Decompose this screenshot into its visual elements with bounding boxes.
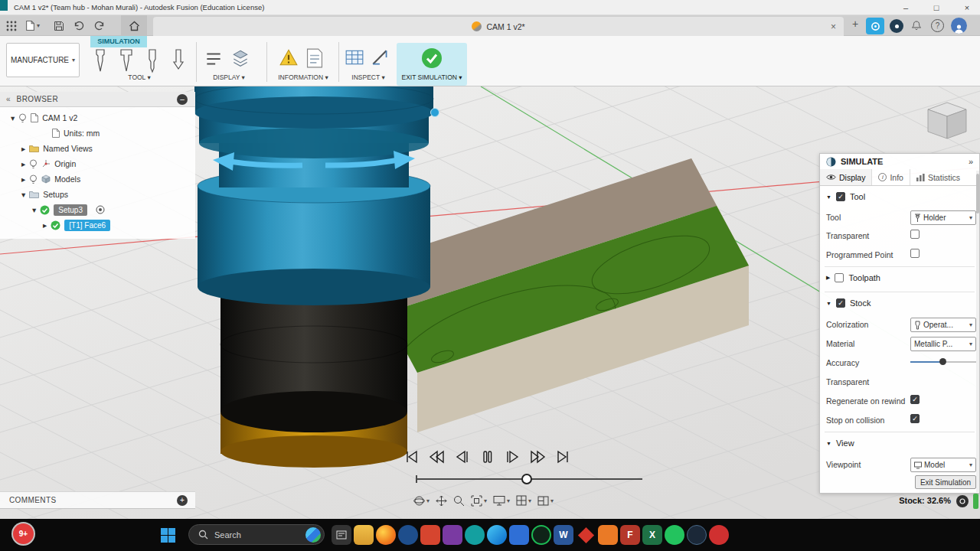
viewports-tool[interactable]: ▾ <box>537 496 554 506</box>
extensions-icon[interactable] <box>890 19 903 33</box>
tool-2-icon[interactable] <box>116 47 136 73</box>
tree-item-label[interactable]: Units: mm <box>64 129 100 138</box>
taskbar-icon-app-1[interactable] <box>332 525 351 545</box>
active-setup-radio-icon[interactable] <box>96 205 105 214</box>
redo-icon[interactable] <box>93 21 105 31</box>
browser-toggle-icon[interactable]: – <box>177 94 188 105</box>
tool-1-icon[interactable] <box>90 47 110 73</box>
step-back-button[interactable] <box>454 448 470 465</box>
taskbar-icon-app-3[interactable] <box>420 525 440 545</box>
pan-icon[interactable] <box>436 495 447 507</box>
simulation-status-icon[interactable] <box>956 495 969 507</box>
zoom-icon[interactable] <box>453 495 465 507</box>
tree-item-setup3[interactable]: Setup3 <box>54 204 87 216</box>
job-status-icon[interactable] <box>866 18 884 34</box>
stock-section-checkbox[interactable]: ✓ <box>836 298 845 308</box>
tool-3-icon[interactable] <box>142 47 162 73</box>
tab-display[interactable]: Display <box>820 169 872 185</box>
simulate-header[interactable]: SIMULATE » <box>820 154 979 169</box>
tool-group-label[interactable]: TOOL ▾ <box>90 73 188 81</box>
comments-bar[interactable]: COMMENTS + <box>0 491 195 509</box>
taskbar-icon-app-9[interactable] <box>709 525 729 545</box>
browser-header[interactable]: « BROWSER – <box>0 92 195 107</box>
search-highlights-icon[interactable] <box>305 527 321 543</box>
regenerate-checkbox[interactable]: ✓ <box>910 395 920 404</box>
expand-caret-icon[interactable]: ▸ <box>43 220 47 230</box>
visibility-bulb-icon[interactable] <box>29 159 38 169</box>
view-section-header[interactable]: ▼ View <box>826 439 854 448</box>
close-button[interactable]: × <box>952 0 980 15</box>
document-tab[interactable]: CAM 1 v2* × <box>153 17 844 36</box>
taskbar-icon-whatsapp[interactable] <box>665 525 684 545</box>
tab-info[interactable]: i Info <box>872 169 910 185</box>
tree-item-label[interactable]: Origin <box>54 159 76 168</box>
taskbar-icon-app-8[interactable] <box>598 525 618 545</box>
taskbar-icon-file-explorer[interactable] <box>354 525 374 545</box>
fit-tool[interactable]: ▾ <box>471 495 487 507</box>
start-button[interactable] <box>161 528 175 543</box>
tool-4-icon[interactable] <box>168 47 188 73</box>
taskbar-icon-spotify[interactable] <box>531 525 551 545</box>
information-report-icon[interactable] <box>306 48 323 68</box>
expand-caret-icon[interactable]: ▾ <box>11 113 15 122</box>
play-backward-button[interactable] <box>429 448 445 465</box>
taskbar-icon-app-6[interactable] <box>509 525 529 545</box>
tool-dropdown[interactable]: Holder ▾ <box>910 210 976 225</box>
display-list-icon[interactable] <box>204 50 224 68</box>
tree-item-operation[interactable]: [T1] Face6 <box>64 220 110 231</box>
tab-simulation[interactable]: SIMULATION <box>90 36 147 47</box>
timeline-handle[interactable] <box>521 474 532 484</box>
visibility-bulb-icon[interactable] <box>18 113 27 123</box>
taskbar-icon-steam[interactable] <box>687 525 707 545</box>
home-view-button[interactable] <box>121 15 147 36</box>
search-box[interactable]: Search <box>188 524 325 545</box>
tool-section-checkbox[interactable]: ✓ <box>836 192 845 201</box>
viewpoint-dropdown[interactable]: Model ▾ <box>910 458 976 472</box>
view-cube[interactable] <box>928 103 966 139</box>
panel-edge-handle[interactable] <box>973 494 978 509</box>
section-caret-icon[interactable]: ▶ <box>826 275 830 281</box>
orbit-tool[interactable]: ▾ <box>413 495 430 507</box>
taskbar-icon-excel[interactable]: X <box>642 525 662 545</box>
display-group-label[interactable]: DISPLAY ▾ <box>199 73 259 81</box>
tree-item-label[interactable]: Models <box>54 174 80 184</box>
accuracy-slider-handle[interactable] <box>939 358 946 365</box>
tree-item-label[interactable]: Named Views <box>43 144 93 153</box>
app-grid-icon[interactable] <box>6 21 17 31</box>
colorization-dropdown[interactable]: Operat... ▾ <box>910 318 976 332</box>
undo-icon[interactable] <box>74 21 85 31</box>
expand-caret-icon[interactable]: ▸ <box>21 159 25 168</box>
toolpath-section-header[interactable]: ▶ Toolpath <box>826 273 880 282</box>
notifications-bell-icon[interactable] <box>911 20 922 31</box>
expand-caret-icon[interactable]: ▾ <box>21 190 25 199</box>
tab-statistics[interactable]: Statistics <box>910 169 966 185</box>
panel-scrollbar[interactable] <box>976 171 979 492</box>
section-caret-icon[interactable]: ▼ <box>826 441 831 446</box>
file-menu-icon[interactable] <box>26 21 34 31</box>
taskbar-icon-fusion[interactable]: F <box>620 525 640 545</box>
section-caret-icon[interactable]: ▼ <box>826 301 831 306</box>
taskbar-icon-firefox[interactable] <box>376 525 396 545</box>
tree-item-label[interactable]: CAM 1 v2 <box>42 113 77 122</box>
display-settings-tool[interactable]: ▾ <box>493 495 510 506</box>
tree-item-label[interactable]: Setups <box>43 190 68 199</box>
inspect-group-label[interactable]: INSPECT ▾ <box>341 73 395 81</box>
visibility-bulb-icon[interactable] <box>29 174 38 184</box>
recorder-overlay-badge[interactable]: 9+ <box>13 523 34 544</box>
toolpath-section-checkbox[interactable] <box>835 273 844 282</box>
section-caret-icon[interactable]: ▼ <box>826 194 831 200</box>
material-dropdown[interactable]: Metallic P... ▾ <box>910 337 976 351</box>
skip-start-button[interactable] <box>403 448 420 465</box>
skip-end-button[interactable] <box>555 448 571 465</box>
minimize-button[interactable]: – <box>891 0 920 15</box>
panel-expand-icon[interactable]: » <box>969 157 973 166</box>
pause-button[interactable] <box>479 448 495 465</box>
taskbar-icon-app-4[interactable] <box>443 525 462 545</box>
timeline[interactable] <box>416 474 642 484</box>
taskbar-icon-word[interactable]: W <box>554 525 573 545</box>
tool-transparent-checkbox[interactable] <box>910 230 920 239</box>
taskbar-icon-app-5[interactable] <box>465 525 485 545</box>
maximize-button[interactable]: □ <box>922 0 951 15</box>
comments-toggle-icon[interactable]: + <box>177 495 188 506</box>
information-group-label[interactable]: INFORMATION ▾ <box>273 73 334 81</box>
